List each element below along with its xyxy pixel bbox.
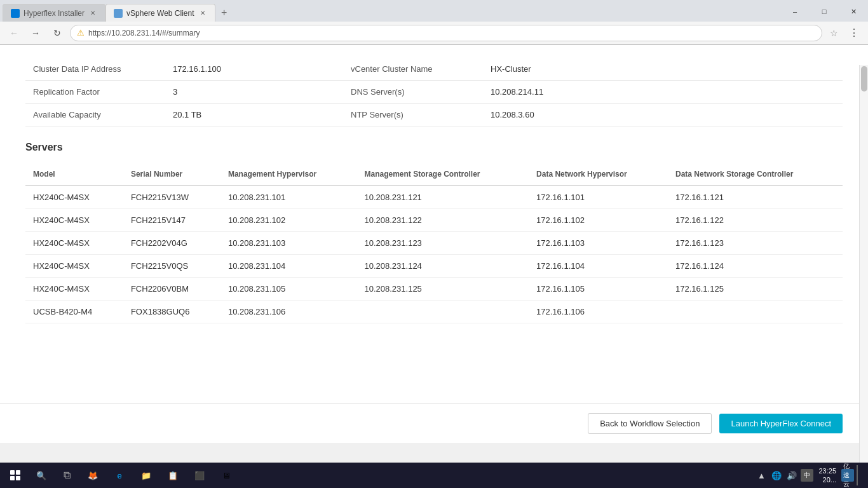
task-view-icon: ⧉ [64,470,71,481]
cluster-value2: 10.208.3.60 [483,104,843,126]
taskbar-search-button[interactable]: 🔍 [29,465,53,485]
table-row: HX240C-M4SXFCH2215V0QS10.208.231.10410.2… [25,255,843,278]
address-bar-row: ← → ↻ ⚠ https://10.208.231.14/#/summary … [0,22,868,44]
back-to-workflow-button[interactable]: Back to Workflow Selection [588,413,712,434]
ime-button[interactable]: 中 [801,469,813,482]
taskbar-clock[interactable]: 23:25 20... [816,466,839,485]
table-cell: 10.208.231.106 [220,301,357,323]
table-cell: 172.16.1.105 [529,278,668,301]
taskbar-tasks[interactable]: 📋 [160,464,186,487]
cluster-value: 3 [165,81,343,104]
table-cell: 172.16.1.124 [668,255,843,278]
show-desktop-button[interactable] [857,465,860,485]
table-cell: HX240C-M4SX [25,255,123,278]
refresh-button[interactable]: ↻ [48,24,66,42]
cluster-label2: NTP Server(s) [343,104,483,126]
column-header: Serial Number [123,163,220,186]
tab-hyperflex-close[interactable]: ✕ [88,9,97,18]
ie-icon: e [113,469,126,482]
table-row: UCSB-B420-M4FOX1838GUQ610.208.231.106172… [25,301,843,323]
column-header: Data Network Storage Controller [668,163,843,186]
cluster-label: Cluster Data IP Address [25,58,165,81]
explorer-icon: 📁 [140,469,153,482]
table-cell: FCH2215V0QS [123,255,220,278]
scrollbar-thumb[interactable] [861,66,867,92]
table-cell: 172.16.1.104 [529,255,668,278]
volume-icon[interactable]: 🔊 [785,469,798,482]
table-cell: 172.16.1.103 [529,232,668,255]
close-button[interactable]: ✕ [839,1,868,22]
minimize-button[interactable]: – [780,1,810,22]
cluster-value: 20.1 TB [165,104,343,126]
tasks-icon: 📋 [166,469,179,482]
table-cell: 10.208.231.124 [356,255,529,278]
footer-bar: Back to Workflow Selection Launch HyperF… [0,403,868,443]
back-button[interactable]: ← [5,24,23,42]
table-cell: 10.208.231.103 [220,232,357,255]
network-icon[interactable]: 🌐 [770,469,783,482]
clock-date: 20... [818,475,836,484]
taskbar-display[interactable]: 🖥 [214,464,239,487]
table-cell: HX240C-M4SX [25,278,123,301]
table-cell: FCH2202V04G [123,232,220,255]
cluster-value2: HX-Cluster [483,58,843,81]
firefox-icon: 🦊 [86,469,99,482]
table-cell: FCH2206V0BM [123,278,220,301]
table-row: HX240C-M4SXFCH2206V0BM10.208.231.10510.2… [25,278,843,301]
servers-header-row: ModelSerial NumberManagement HypervisorM… [25,163,843,186]
table-cell: 10.208.231.104 [220,255,357,278]
table-cell: 10.208.231.123 [356,232,529,255]
address-bar[interactable]: ⚠ https://10.208.231.14/#/summary [70,25,822,41]
table-cell: FCH2215V13W [123,186,220,209]
column-header: Management Hypervisor [220,163,357,186]
tab-vsphere-label: vSphere Web Client [126,9,194,18]
table-cell: UCSB-B420-M4 [25,301,123,323]
new-tab-button[interactable]: + [215,4,233,22]
tab-vsphere-close[interactable]: ✕ [198,9,207,18]
table-cell: 10.208.231.101 [220,186,357,209]
start-button[interactable] [3,463,28,488]
ime-brand[interactable]: 亿速云 [841,469,854,482]
tab-hyperflex-favicon [11,9,20,18]
table-cell: HX240C-M4SX [25,209,123,232]
launch-hyperflex-button[interactable]: Launch HyperFlex Connect [719,414,843,433]
forward-button[interactable]: → [27,24,44,42]
window-controls: – □ ✕ [780,1,868,22]
table-row: HX240C-M4SXFCH2215V13W10.208.231.10110.2… [25,186,843,209]
table-cell: HX240C-M4SX [25,232,123,255]
table-cell [356,301,529,323]
tab-vsphere-favicon [114,9,123,18]
table-cell: 10.208.231.102 [220,209,357,232]
task-view-button[interactable]: ⧉ [55,465,79,485]
taskbar: 🔍 ⧉ 🦊 e 📁 📋 ⬛ 🖥 ▲ 🌐 🔊 中 23:25 [0,463,868,488]
table-cell: 172.16.1.125 [668,278,843,301]
table-cell: 172.16.1.122 [668,209,843,232]
column-header: Model [25,163,123,186]
taskbar-right: ▲ 🌐 🔊 中 23:25 20... 亿速云 [750,465,865,485]
table-row: HX240C-M4SXFCH2215V14710.208.231.10210.2… [25,209,843,232]
tab-vsphere[interactable]: vSphere Web Client ✕ [105,4,215,22]
table-cell: FCH2215V147 [123,209,220,232]
search-icon: 🔍 [36,471,46,480]
cluster-label: Replication Factor [25,81,165,104]
servers-table: ModelSerial NumberManagement HypervisorM… [25,163,843,323]
maximize-button[interactable]: □ [810,1,839,22]
cluster-label2: vCenter Cluster Name [343,58,483,81]
table-cell: HX240C-M4SX [25,186,123,209]
servers-section-title: Servers [25,139,843,153]
browser-menu-button[interactable]: ⋮ [845,24,863,42]
taskbar-terminal[interactable]: ⬛ [187,464,212,487]
page-content: Cluster Data IP Address 172.16.1.100 vCe… [0,45,868,403]
cluster-label: Available Capacity [25,104,165,126]
cluster-info-row: Cluster Data IP Address 172.16.1.100 vCe… [25,58,843,81]
scrollbar[interactable] [859,65,868,463]
cluster-value2: 10.208.214.11 [483,81,843,104]
taskbar-firefox[interactable]: 🦊 [80,464,105,487]
table-row: HX240C-M4SXFCH2202V04G10.208.231.10310.2… [25,232,843,255]
table-cell: 10.208.231.125 [356,278,529,301]
tab-hyperflex[interactable]: Hyperflex Installer ✕ [3,4,105,22]
taskbar-explorer[interactable]: 📁 [133,464,159,487]
system-tray-chevron[interactable]: ▲ [755,469,768,482]
bookmark-button[interactable]: ☆ [826,25,841,41]
taskbar-ie[interactable]: e [107,464,132,487]
